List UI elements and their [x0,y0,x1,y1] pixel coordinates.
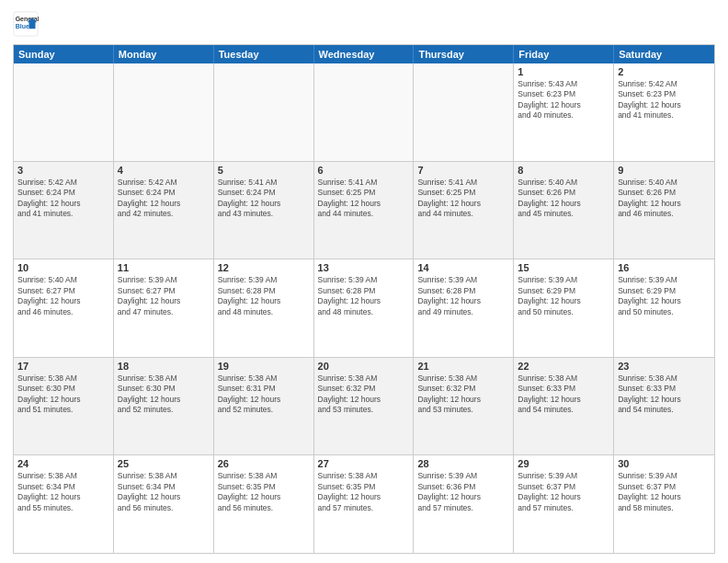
day-cell-9: 9Sunrise: 5:40 AM Sunset: 6:26 PM Daylig… [614,162,714,259]
day-number: 17 [17,361,109,372]
day-info: Sunrise: 5:38 AM Sunset: 6:35 PM Dayligh… [318,471,410,513]
day-number: 26 [218,458,310,469]
day-cell-1: 1Sunrise: 5:43 AM Sunset: 6:23 PM Daylig… [514,63,614,161]
header-cell-tuesday: Tuesday [214,45,314,63]
day-cell-18: 18Sunrise: 5:38 AM Sunset: 6:30 PM Dayli… [114,358,214,455]
day-info: Sunrise: 5:38 AM Sunset: 6:33 PM Dayligh… [618,373,711,416]
day-info: Sunrise: 5:40 AM Sunset: 6:26 PM Dayligh… [518,178,609,220]
day-cell-8: 8Sunrise: 5:40 AM Sunset: 6:26 PM Daylig… [514,162,614,259]
header: General Blue [13,11,715,37]
day-number: 23 [618,361,711,372]
day-number: 6 [318,165,410,176]
day-info: Sunrise: 5:42 AM Sunset: 6:24 PM Dayligh… [118,178,210,220]
day-info: Sunrise: 5:39 AM Sunset: 6:36 PM Dayligh… [417,471,509,513]
day-cell-6: 6Sunrise: 5:41 AM Sunset: 6:25 PM Daylig… [314,162,415,259]
day-number: 3 [17,165,109,176]
day-info: Sunrise: 5:38 AM Sunset: 6:34 PM Dayligh… [118,471,210,513]
day-cell-30: 30Sunrise: 5:39 AM Sunset: 6:37 PM Dayli… [614,455,714,553]
day-info: Sunrise: 5:40 AM Sunset: 6:27 PM Dayligh… [17,275,109,317]
day-cell-26: 26Sunrise: 5:38 AM Sunset: 6:35 PM Dayli… [214,455,314,553]
day-cell-12: 12Sunrise: 5:39 AM Sunset: 6:28 PM Dayli… [214,259,314,357]
day-number: 20 [318,361,410,372]
day-number: 27 [318,458,410,469]
header-cell-wednesday: Wednesday [314,45,415,63]
day-number: 29 [518,458,609,469]
day-info: Sunrise: 5:39 AM Sunset: 6:29 PM Dayligh… [518,275,609,317]
day-number: 5 [218,165,310,176]
day-cell-11: 11Sunrise: 5:39 AM Sunset: 6:27 PM Dayli… [114,259,214,357]
day-info: Sunrise: 5:42 AM Sunset: 6:24 PM Dayligh… [17,178,109,220]
empty-cell [114,63,214,161]
day-cell-25: 25Sunrise: 5:38 AM Sunset: 6:34 PM Dayli… [114,455,214,553]
day-number: 9 [618,165,711,176]
day-cell-15: 15Sunrise: 5:39 AM Sunset: 6:29 PM Dayli… [514,259,614,357]
day-cell-22: 22Sunrise: 5:38 AM Sunset: 6:33 PM Dayli… [514,358,614,455]
day-number: 14 [417,262,509,273]
day-number: 2 [618,66,711,77]
day-info: Sunrise: 5:43 AM Sunset: 6:23 PM Dayligh… [518,79,609,121]
day-info: Sunrise: 5:38 AM Sunset: 6:33 PM Dayligh… [518,373,609,416]
day-number: 8 [518,165,609,176]
day-info: Sunrise: 5:38 AM Sunset: 6:31 PM Dayligh… [218,373,310,416]
day-number: 11 [118,262,210,273]
calendar: SundayMondayTuesdayWednesdayThursdayFrid… [13,44,715,554]
day-number: 28 [417,458,509,469]
day-number: 30 [618,458,711,469]
day-info: Sunrise: 5:39 AM Sunset: 6:37 PM Dayligh… [618,471,711,513]
header-cell-thursday: Thursday [414,45,514,63]
day-cell-29: 29Sunrise: 5:39 AM Sunset: 6:37 PM Dayli… [514,455,614,553]
calendar-row-5: 24Sunrise: 5:38 AM Sunset: 6:34 PM Dayli… [14,454,714,553]
day-info: Sunrise: 5:39 AM Sunset: 6:29 PM Dayligh… [618,275,711,317]
empty-cell [14,63,114,161]
day-info: Sunrise: 5:42 AM Sunset: 6:23 PM Dayligh… [618,79,711,121]
day-info: Sunrise: 5:39 AM Sunset: 6:28 PM Dayligh… [417,275,509,317]
empty-cell [314,63,415,161]
calendar-row-1: 1Sunrise: 5:43 AM Sunset: 6:23 PM Daylig… [14,63,714,161]
day-info: Sunrise: 5:39 AM Sunset: 6:28 PM Dayligh… [318,275,410,317]
day-cell-4: 4Sunrise: 5:42 AM Sunset: 6:24 PM Daylig… [114,162,214,259]
day-number: 18 [118,361,210,372]
day-info: Sunrise: 5:38 AM Sunset: 6:35 PM Dayligh… [218,471,310,513]
day-cell-23: 23Sunrise: 5:38 AM Sunset: 6:33 PM Dayli… [614,358,714,455]
day-number: 12 [218,262,310,273]
day-cell-7: 7Sunrise: 5:41 AM Sunset: 6:25 PM Daylig… [414,162,514,259]
empty-cell [414,63,514,161]
day-info: Sunrise: 5:38 AM Sunset: 6:32 PM Dayligh… [318,373,410,416]
day-cell-14: 14Sunrise: 5:39 AM Sunset: 6:28 PM Dayli… [414,259,514,357]
day-cell-13: 13Sunrise: 5:39 AM Sunset: 6:28 PM Dayli… [314,259,415,357]
svg-text:Blue: Blue [16,23,29,29]
day-number: 13 [318,262,410,273]
day-number: 19 [218,361,310,372]
day-info: Sunrise: 5:38 AM Sunset: 6:34 PM Dayligh… [17,471,109,513]
day-number: 16 [618,262,711,273]
day-info: Sunrise: 5:38 AM Sunset: 6:30 PM Dayligh… [17,373,109,416]
day-number: 25 [118,458,210,469]
day-cell-16: 16Sunrise: 5:39 AM Sunset: 6:29 PM Dayli… [614,259,714,357]
day-number: 7 [417,165,509,176]
day-info: Sunrise: 5:39 AM Sunset: 6:28 PM Dayligh… [218,275,310,317]
day-info: Sunrise: 5:41 AM Sunset: 6:25 PM Dayligh… [318,178,410,220]
calendar-row-2: 3Sunrise: 5:42 AM Sunset: 6:24 PM Daylig… [14,161,714,259]
day-cell-19: 19Sunrise: 5:38 AM Sunset: 6:31 PM Dayli… [214,358,314,455]
day-number: 15 [518,262,609,273]
day-number: 22 [518,361,609,372]
calendar-row-4: 17Sunrise: 5:38 AM Sunset: 6:30 PM Dayli… [14,357,714,455]
day-cell-10: 10Sunrise: 5:40 AM Sunset: 6:27 PM Dayli… [14,259,114,357]
day-info: Sunrise: 5:41 AM Sunset: 6:25 PM Dayligh… [417,178,509,220]
day-info: Sunrise: 5:39 AM Sunset: 6:37 PM Dayligh… [518,471,609,513]
day-number: 21 [417,361,509,372]
logo: General Blue [13,11,39,37]
header-cell-saturday: Saturday [614,45,714,63]
day-number: 4 [118,165,210,176]
day-cell-24: 24Sunrise: 5:38 AM Sunset: 6:34 PM Dayli… [14,455,114,553]
day-cell-5: 5Sunrise: 5:41 AM Sunset: 6:24 PM Daylig… [214,162,314,259]
header-cell-friday: Friday [514,45,614,63]
page: General Blue SundayMondayTuesdayWednesda… [0,0,728,563]
header-cell-sunday: Sunday [14,45,114,63]
day-info: Sunrise: 5:41 AM Sunset: 6:24 PM Dayligh… [218,178,310,220]
day-cell-17: 17Sunrise: 5:38 AM Sunset: 6:30 PM Dayli… [14,358,114,455]
header-cell-monday: Monday [114,45,214,63]
empty-cell [214,63,314,161]
day-cell-3: 3Sunrise: 5:42 AM Sunset: 6:24 PM Daylig… [14,162,114,259]
day-cell-27: 27Sunrise: 5:38 AM Sunset: 6:35 PM Dayli… [314,455,415,553]
